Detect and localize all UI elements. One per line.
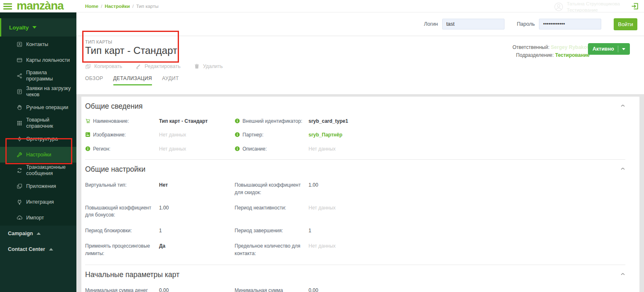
chevron-up-icon[interactable] <box>620 166 625 171</box>
password-label: Пароль <box>517 21 535 27</box>
breadcrumb-item-1[interactable]: Home <box>85 4 98 9</box>
field-label-text: Применять процессинговые лимиты: <box>85 243 155 257</box>
loyalty-card-icon <box>17 57 22 63</box>
password-input[interactable] <box>539 19 601 29</box>
toolbar-delete-button[interactable]: Удалить <box>194 63 223 69</box>
section-2: Общие настройкиВиртуальный тип:НетПовыша… <box>85 159 625 265</box>
breadcrumb-item-2[interactable]: Настройки <box>105 4 130 9</box>
field-label: Период неактивности: <box>235 204 309 212</box>
sidebar-item-orgstructure[interactable]: Оргструктура <box>0 131 76 147</box>
field-label: Период завершения: <box>235 227 309 234</box>
delete-icon <box>194 63 200 69</box>
sidebar-item-loyalty-card[interactable]: Карты лояльности <box>0 52 76 68</box>
field-label: Описание: <box>235 146 309 153</box>
status-dropdown-button[interactable]: Активно <box>588 43 630 55</box>
sidebar-item-receipt-upload[interactable]: Заявки на загрузку чеков <box>0 84 76 100</box>
field-value[interactable]: sryb_Партнёр <box>309 131 617 139</box>
sidebar-section-campaign[interactable]: Campaign <box>0 226 76 241</box>
user-info: Татьяна Струговщикова Тестирование <box>554 1 620 13</box>
chevron-up-icon[interactable] <box>620 272 625 277</box>
chevron-up-icon <box>37 232 41 235</box>
sidebar-item-apps[interactable]: Приложения <box>0 178 76 194</box>
sync-icon <box>17 168 22 173</box>
edit-icon <box>135 63 141 69</box>
field-cell: Минимальная сумма начисления денег:0.00 <box>235 287 617 292</box>
field-label: Период блокировки: <box>85 227 159 234</box>
field-cell: Предельное количество для контакта:Нет д… <box>235 243 617 257</box>
orgstructure-icon <box>17 136 22 142</box>
logout-icon[interactable] <box>631 2 639 10</box>
record-toolbar: КопироватьРедактироватьУдалить <box>85 63 637 69</box>
toolbar-button-label: Удалить <box>203 63 223 69</box>
field-label: Повышающий коэффициент для скидок: <box>235 182 309 196</box>
sidebar-item-label: Приложения <box>26 183 56 190</box>
field-label-text: Описание: <box>242 146 267 153</box>
field-cell: Изображение:Нет данных <box>85 131 235 139</box>
field-row: Наименование:Тип карт - СтандартВнешний … <box>85 114 617 128</box>
sidebar-item-label: Оргструктура <box>26 136 58 142</box>
field-label-text: Изображение: <box>93 131 126 139</box>
field-label-text: Повышающий коэффициент для скидок: <box>235 182 304 196</box>
login-input[interactable] <box>442 19 504 29</box>
toolbar-button-label: Копировать <box>94 63 122 69</box>
field-cell: Применять процессинговые лимиты:Да <box>85 243 235 257</box>
toolbar-copy-button[interactable]: Копировать <box>85 63 122 69</box>
sign-in-button[interactable]: Войти <box>614 18 637 30</box>
image-icon <box>85 132 91 137</box>
field-label: Минимальная сумма начисления денег: <box>235 287 309 292</box>
tab-обзор[interactable]: ОБЗОР <box>85 75 103 85</box>
field-label: Регион: <box>85 146 159 153</box>
field-label: Партнер: <box>235 131 309 139</box>
tab-детализация[interactable]: ДЕТАЛИЗАЦИЯ <box>113 75 152 85</box>
field-row: Период блокировки:1Период завершения:1 <box>85 223 617 238</box>
user-unit: Тестирование <box>567 7 620 13</box>
sidebar-section-label: Campaign <box>8 231 33 236</box>
tab-аудит[interactable]: АУДИТ <box>162 75 179 85</box>
chevron-up-icon[interactable] <box>620 103 625 108</box>
sidebar-item-wrench[interactable]: Настройки <box>0 147 76 163</box>
hamburger-menu-icon[interactable] <box>3 3 12 10</box>
field-value: Нет данных <box>159 146 235 153</box>
responsible-label: Ответственный: <box>512 44 549 50</box>
toolbar-edit-button[interactable]: Редактировать <box>135 63 180 69</box>
info-icon <box>235 132 240 137</box>
sidebar-section-contact-center[interactable]: Contact Center <box>0 241 76 257</box>
field-value: 1 <box>309 227 617 234</box>
owner-info: Ответственный: Sergey Rybakov Подразделе… <box>512 44 590 59</box>
sidebar-section-loyalty[interactable]: Loyalty <box>0 18 76 36</box>
breadcrumb-separator: / <box>101 4 102 9</box>
sidebar-item-label: Ручные операции <box>26 105 68 111</box>
field-row: Повышающий коэффициент для бонусов:1.00П… <box>85 200 617 223</box>
field-row: Изображение:Нет данныхПартнер:sryb_Партн… <box>85 128 617 142</box>
field-row: Регион:Нет данныхОписание:Нет данных <box>85 142 617 156</box>
avatar-icon <box>554 2 563 12</box>
chevron-up-icon <box>49 248 53 251</box>
button-divider <box>618 46 618 52</box>
field-cell: Внешний идентификатор:sryb_card_type1 <box>235 118 617 125</box>
sidebar-item-program-rules[interactable]: Правила программы <box>0 68 76 84</box>
sidebar-item-integration[interactable]: Интеграция <box>0 194 76 210</box>
sidebar-item-contacts[interactable]: Контакты <box>0 36 76 52</box>
sidebar-gap <box>0 12 76 18</box>
sidebar-item-hand[interactable]: Ручные операции <box>0 100 76 115</box>
section-1: Общие сведенияНаименование:Тип карт - Ст… <box>85 97 625 159</box>
program-rules-icon <box>17 73 22 79</box>
wrench-icon <box>17 152 22 158</box>
responsible-value: Sergey Rybakov <box>551 44 590 50</box>
sidebar-item-label: Транзакционные сообщения <box>26 164 73 177</box>
field-cell: Регион:Нет данных <box>85 146 235 153</box>
receipt-upload-icon <box>17 89 22 95</box>
sidebar-item-cloud-upload[interactable]: Импорт <box>0 210 76 226</box>
section-3: Начальные параметры картМинимальная сумм… <box>85 265 625 292</box>
field-label-text: Период блокировки: <box>85 227 132 234</box>
content-area: Общие сведенияНаименование:Тип карт - Ст… <box>76 94 644 292</box>
sidebar-item-sync[interactable]: Транзакционные сообщения <box>0 163 76 178</box>
field-cell: Повышающий коэффициент для бонусов:1.00 <box>85 204 235 219</box>
sidebar-item-product-grid[interactable]: Товарный справочник <box>0 115 76 131</box>
field-label: Внешний идентификатор: <box>235 118 309 125</box>
toolbar-button-label: Редактировать <box>144 63 180 69</box>
login-bar: Логин Пароль Войти <box>76 12 644 36</box>
department-value: Тестирование <box>555 52 590 58</box>
info-icon <box>235 118 240 124</box>
sidebar-item-label: Интеграция <box>26 199 54 205</box>
